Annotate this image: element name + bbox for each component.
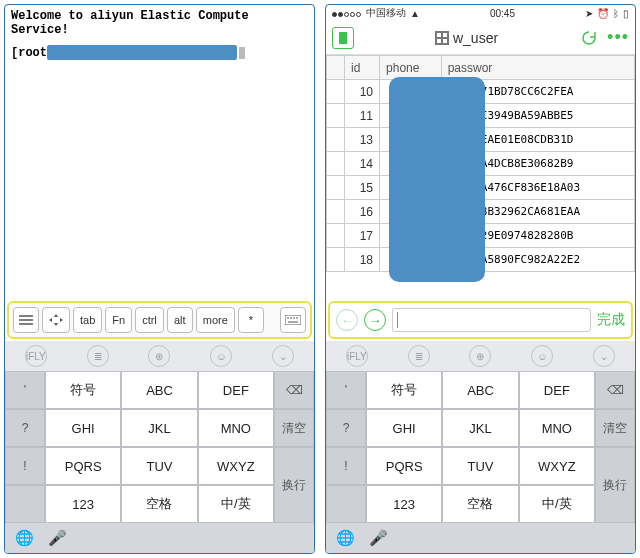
key-ghi[interactable]: GHI: [366, 409, 442, 447]
terminal[interactable]: Welcome to aliyun Elastic Compute Servic…: [5, 5, 314, 299]
carrier-label: 中国移动: [366, 6, 406, 20]
key-123[interactable]: 123: [366, 485, 442, 523]
done-button[interactable]: 完成: [597, 311, 625, 329]
location-icon: ➤: [585, 8, 593, 19]
keyboard-toggle-icon[interactable]: [280, 307, 306, 333]
key-space[interactable]: 空格: [442, 485, 518, 523]
fn-key-tab[interactable]: tab: [73, 307, 102, 333]
key-blank[interactable]: [5, 485, 45, 523]
back-button[interactable]: [332, 27, 354, 49]
fn-key-ctrl[interactable]: ctrl: [135, 307, 164, 333]
svg-rect-0: [285, 315, 301, 325]
key-lang[interactable]: 中/英: [519, 485, 595, 523]
key-def[interactable]: DEF: [519, 371, 595, 409]
keyboard: ' 符号 ABC DEF ⌫ ? GHI JKL MNO 清空 ! PQRS T…: [326, 371, 635, 523]
globe-icon[interactable]: 🌐: [15, 529, 34, 547]
redacted-host: [47, 45, 237, 60]
fn-key-alt[interactable]: alt: [167, 307, 193, 333]
phone-right: 中国移动 ▲ 00:45 ➤ ⏰ ᛒ ▯ w_user ••• idphonep…: [325, 4, 636, 554]
arrows-icon[interactable]: [42, 307, 70, 333]
signal-icon: [332, 8, 362, 19]
suggest-emoji-icon[interactable]: ☺: [210, 345, 232, 367]
hamburger-icon[interactable]: [13, 307, 39, 333]
key-ghi[interactable]: GHI: [45, 409, 121, 447]
column-header[interactable]: id: [345, 56, 380, 80]
key-backspace[interactable]: ⌫: [274, 371, 314, 409]
key-blank[interactable]: [326, 485, 366, 523]
key-apostrophe[interactable]: ': [5, 371, 45, 409]
terminal-fn-row: tab Fn ctrl alt more *: [7, 301, 312, 339]
key-pqrs[interactable]: PQRS: [45, 447, 121, 485]
key-def[interactable]: DEF: [198, 371, 274, 409]
column-header[interactable]: passwor: [441, 56, 634, 80]
key-newline[interactable]: 换行: [595, 447, 635, 523]
suggest-list-icon[interactable]: ≣: [408, 345, 430, 367]
key-newline[interactable]: 换行: [274, 447, 314, 523]
key-abc[interactable]: ABC: [121, 371, 197, 409]
key-jkl[interactable]: JKL: [121, 409, 197, 447]
fn-key-more[interactable]: more: [196, 307, 235, 333]
status-bar: 中国移动 ▲ 00:45 ➤ ⏰ ᛒ ▯: [326, 5, 635, 21]
key-apostrophe[interactable]: ': [326, 371, 366, 409]
key-jkl[interactable]: JKL: [442, 409, 518, 447]
key-exclaim[interactable]: !: [326, 447, 366, 485]
column-header[interactable]: phone: [380, 56, 442, 80]
keyboard: ' 符号 ABC DEF ⌫ ? GHI JKL MNO 清空 ! PQRS T…: [5, 371, 314, 523]
refresh-button[interactable]: [579, 28, 599, 48]
mic-icon[interactable]: 🎤: [369, 529, 388, 547]
key-tuv[interactable]: TUV: [442, 447, 518, 485]
key-symbols[interactable]: 符号: [366, 371, 442, 409]
nav-title: w_user: [362, 30, 571, 46]
key-exclaim[interactable]: !: [5, 447, 45, 485]
key-backspace[interactable]: ⌫: [595, 371, 635, 409]
svg-rect-1: [339, 32, 347, 44]
keyboard-suggest-row: iFLY ≣ ⊕ ☺ ⌄: [5, 341, 314, 371]
fn-key-fn[interactable]: Fn: [105, 307, 132, 333]
keyboard-bottom-bar: 🌐 🎤: [326, 523, 635, 553]
key-lang[interactable]: 中/英: [198, 485, 274, 523]
suggest-plus-icon[interactable]: ⊕: [469, 345, 491, 367]
fn-key-star[interactable]: *: [238, 307, 264, 333]
key-mno[interactable]: MNO: [519, 409, 595, 447]
terminal-prompt: [root: [11, 45, 308, 60]
more-button[interactable]: •••: [607, 27, 629, 48]
key-clear[interactable]: 清空: [274, 409, 314, 447]
suggest-collapse-icon[interactable]: ⌄: [593, 345, 615, 367]
terminal-welcome: Welcome to aliyun Elastic Compute Servic…: [11, 9, 308, 37]
mic-icon[interactable]: 🎤: [48, 529, 67, 547]
edit-row: ← → 完成: [328, 301, 633, 339]
wifi-icon: ▲: [410, 8, 420, 19]
key-abc[interactable]: ABC: [442, 371, 518, 409]
cursor-icon: [239, 47, 245, 59]
suggest-collapse-icon[interactable]: ⌄: [272, 345, 294, 367]
globe-icon[interactable]: 🌐: [336, 529, 355, 547]
suggest-plus-icon[interactable]: ⊕: [148, 345, 170, 367]
key-tuv[interactable]: TUV: [121, 447, 197, 485]
suggest-list-icon[interactable]: ≣: [87, 345, 109, 367]
key-123[interactable]: 123: [45, 485, 121, 523]
edit-input[interactable]: [392, 308, 591, 332]
key-question[interactable]: ?: [5, 409, 45, 447]
bluetooth-icon: ᛒ: [613, 8, 619, 19]
key-wxyz[interactable]: WXYZ: [519, 447, 595, 485]
key-mno[interactable]: MNO: [198, 409, 274, 447]
table-icon: [435, 31, 449, 45]
alarm-icon: ⏰: [597, 8, 609, 19]
key-wxyz[interactable]: WXYZ: [198, 447, 274, 485]
key-space[interactable]: 空格: [121, 485, 197, 523]
clock: 00:45: [490, 8, 515, 19]
key-clear[interactable]: 清空: [595, 409, 635, 447]
suggest-emoji-icon[interactable]: ☺: [531, 345, 553, 367]
next-button[interactable]: →: [364, 309, 386, 331]
key-question[interactable]: ?: [326, 409, 366, 447]
redacted-phone-column: [389, 77, 485, 282]
battery-icon: ▯: [623, 8, 629, 19]
prev-button[interactable]: ←: [336, 309, 358, 331]
key-symbols[interactable]: 符号: [45, 371, 121, 409]
key-pqrs[interactable]: PQRS: [366, 447, 442, 485]
column-header[interactable]: [327, 56, 345, 80]
nav-bar: w_user •••: [326, 21, 635, 55]
suggest-ifly-icon[interactable]: iFLY: [346, 345, 368, 367]
keyboard-bottom-bar: 🌐 🎤: [5, 523, 314, 553]
suggest-ifly-icon[interactable]: iFLY: [25, 345, 47, 367]
